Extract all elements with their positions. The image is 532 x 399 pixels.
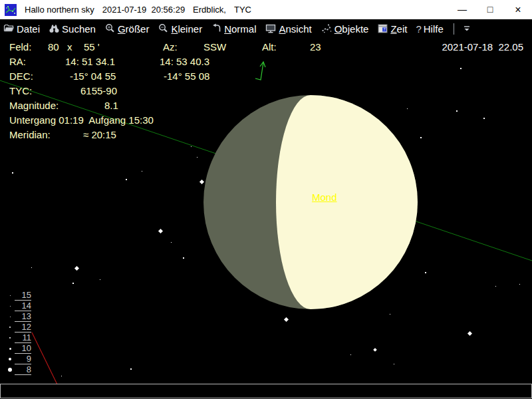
azimuth-label: Az: bbox=[163, 41, 178, 53]
magnitude-scale-row: 14 bbox=[5, 301, 31, 311]
sky-view[interactable]: Feld: 80 x 55 ' Az: SSW Alt: 23 2021-07-… bbox=[0, 38, 532, 384]
app-window: Hallo northern sky 2021-07-19 20:56:29 E… bbox=[0, 0, 532, 399]
toolbar-item-label: Objekte bbox=[334, 23, 369, 35]
monitor-icon bbox=[265, 23, 277, 34]
star bbox=[283, 317, 288, 321]
star bbox=[12, 172, 13, 174]
star bbox=[456, 110, 458, 112]
star bbox=[171, 242, 172, 243]
star bbox=[407, 108, 408, 109]
toolbar-item-label: Datei bbox=[17, 23, 40, 35]
magnitude-scale-row: 13 bbox=[5, 311, 31, 322]
toolbar-item-zeit[interactable]: 7Zeit bbox=[377, 23, 407, 35]
field-height: 55 ' bbox=[84, 41, 100, 53]
toolbar-item-label: Ansicht bbox=[279, 23, 311, 35]
undo-icon bbox=[211, 23, 222, 34]
toolbar-item-kleiner[interactable]: Kleiner bbox=[158, 23, 202, 35]
zoom-out-icon bbox=[158, 23, 169, 34]
field-width: 80 bbox=[48, 41, 59, 53]
set-rise-times: Untergang 01:19 Aufgang 15:30 bbox=[9, 114, 154, 126]
magnitude-scale-row: 8 bbox=[5, 364, 31, 375]
window-title-location: Erdblick, bbox=[193, 5, 226, 15]
star bbox=[183, 257, 184, 259]
moon-object-label[interactable]: Mond bbox=[312, 192, 337, 203]
toolbar: DateiSuchenGrößerKleinerNormalAnsichtObj… bbox=[0, 19, 532, 38]
azimuth-value: SSW bbox=[203, 41, 226, 53]
star bbox=[126, 179, 127, 180]
status-bar bbox=[0, 384, 532, 398]
folder-icon bbox=[3, 23, 15, 34]
maximize-button[interactable]: □ bbox=[476, 0, 504, 19]
toolbar-item-normal[interactable]: Normal bbox=[211, 23, 256, 35]
magnitude-scale-row: 12 bbox=[5, 322, 31, 332]
star bbox=[394, 364, 394, 364]
star bbox=[519, 284, 520, 285]
meridian-label: Meridian: bbox=[9, 129, 51, 140]
toolbar-item-label: Hilfe bbox=[424, 23, 444, 35]
magnitude-scale: 15141312111098 bbox=[5, 290, 31, 375]
toolbar-overflow-icon bbox=[462, 24, 471, 33]
magnitude-scale-row: 11 bbox=[5, 332, 31, 343]
binoculars-icon bbox=[49, 23, 60, 34]
toolbar-item-label: Zeit bbox=[390, 23, 407, 35]
star bbox=[199, 179, 203, 184]
question-icon: ? bbox=[416, 23, 421, 35]
toolbar-item-hilfe[interactable]: ?Hilfe bbox=[416, 23, 443, 35]
field-label: Feld: bbox=[9, 41, 31, 53]
star-field bbox=[0, 38, 532, 384]
dec-value-2: -14° 55 08 bbox=[164, 70, 209, 82]
altitude-value: 23 bbox=[310, 41, 321, 53]
window-title-app: Hallo northern sky bbox=[25, 5, 94, 15]
ra-value-1: 14: 51 34.1 bbox=[65, 56, 115, 67]
star bbox=[467, 331, 471, 335]
app-icon bbox=[5, 4, 17, 16]
star bbox=[420, 137, 422, 138]
zoom-in-icon bbox=[104, 23, 116, 34]
toolbar-item-label: Suchen bbox=[62, 23, 96, 35]
star bbox=[425, 272, 426, 273]
magnitude-scale-row: 10 bbox=[5, 343, 31, 354]
toolbar-item-label: Normal bbox=[224, 23, 256, 35]
altitude-label: Alt: bbox=[262, 41, 277, 53]
star bbox=[72, 283, 74, 284]
star bbox=[373, 348, 377, 352]
star bbox=[31, 267, 32, 268]
meridian-value: ≈ 20:15 bbox=[83, 129, 116, 140]
magnitude-scale-row: 9 bbox=[5, 354, 31, 364]
star bbox=[191, 146, 192, 147]
toolbar-item-suchen[interactable]: Suchen bbox=[49, 23, 96, 35]
toolbar-item-datei[interactable]: Datei bbox=[3, 23, 40, 35]
toolbar-items: DateiSuchenGrößerKleinerNormalAnsichtObj… bbox=[3, 23, 452, 35]
svg-text:7: 7 bbox=[384, 27, 386, 31]
star bbox=[483, 118, 485, 119]
star bbox=[350, 354, 351, 355]
toolbar-item-label: Größer bbox=[118, 23, 150, 35]
star bbox=[74, 265, 78, 270]
dec-label: DEC: bbox=[9, 70, 33, 82]
toolbar-item-ansicht[interactable]: Ansicht bbox=[265, 23, 311, 35]
star bbox=[142, 171, 142, 172]
field-separator: x bbox=[67, 41, 72, 53]
dec-value-1: -15° 04 55 bbox=[70, 70, 116, 82]
star bbox=[130, 368, 132, 370]
star bbox=[460, 68, 462, 69]
ra-label: RA: bbox=[9, 56, 26, 67]
magnitude-value: 8.1 bbox=[104, 100, 118, 111]
tyc-label: TYC: bbox=[9, 85, 32, 96]
toolbar-item-label: Kleiner bbox=[171, 23, 202, 35]
toolbar-overflow-button[interactable] bbox=[460, 24, 476, 33]
magnitude-label: Magnitude: bbox=[9, 100, 59, 111]
star bbox=[100, 279, 100, 280]
minimize-button[interactable]: — bbox=[448, 0, 476, 19]
tyc-value: 6155-90 bbox=[80, 85, 117, 96]
toolbar-item-objekte[interactable]: Objekte bbox=[321, 23, 369, 35]
window-title-datetime: 2021-07-19 20:56:29 bbox=[102, 5, 185, 15]
star bbox=[390, 314, 390, 315]
star bbox=[495, 286, 496, 287]
star bbox=[61, 376, 62, 376]
calendar-icon: 7 bbox=[377, 23, 388, 34]
toolbar-separator bbox=[454, 23, 454, 35]
toolbar-item-größer[interactable]: Größer bbox=[104, 23, 150, 35]
star bbox=[158, 228, 162, 233]
close-button[interactable]: × bbox=[504, 0, 532, 19]
